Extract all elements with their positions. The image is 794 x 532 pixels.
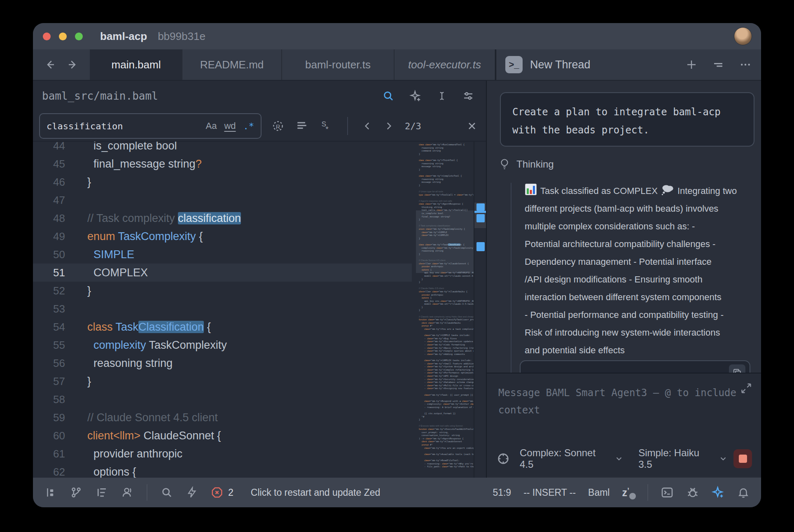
notifications-bell-icon[interactable] <box>737 486 750 499</box>
code-line[interactable]: 45 final_message string? <box>33 155 412 173</box>
composer-controls: Complex: Sonnet 4.5 Simple: Haiku 3.5 <box>497 447 752 470</box>
text-cursor-icon[interactable] <box>437 90 447 102</box>
editor-scrollbar[interactable] <box>474 142 486 478</box>
navigate-back-icon[interactable] <box>44 58 56 71</box>
case-sensitive-toggle[interactable]: Aa <box>206 121 217 131</box>
code-line[interactable]: 53 <box>33 300 412 318</box>
code-line[interactable]: 60client<llm> ClaudeSonnet { <box>33 427 412 445</box>
git-branch-name[interactable]: bb99b31e <box>158 30 206 43</box>
terminal-panel-icon[interactable] <box>661 486 674 499</box>
complex-model-selector[interactable]: Complex: Sonnet 4.5 <box>520 447 624 470</box>
code-line[interactable]: 56 reasoning string <box>33 354 412 372</box>
user-message-text: Create a plan to integrate baml-acp with… <box>512 103 742 139</box>
expand-composer-icon[interactable] <box>740 383 752 394</box>
thinking-indent-rail <box>511 183 511 373</box>
message-composer[interactable]: Message BAML Smart Agent3 — @ to include… <box>487 373 761 477</box>
chevron-down-icon <box>719 454 728 463</box>
minimap[interactable]: class class="mm-ty">RunCommandTool { rea… <box>416 142 474 478</box>
inline-assist-sparkle-icon[interactable] <box>409 90 422 102</box>
code-line[interactable]: 61 provider anthropic <box>33 445 412 463</box>
thinking-lead: Task classified as COMPLEX <box>540 186 658 196</box>
vim-mode-indicator: -- INSERT -- <box>523 487 576 498</box>
code-line[interactable]: 48// Task complexity classification <box>33 209 412 227</box>
composer-placeholder: Message BAML Smart Agent3 — @ to include… <box>498 384 741 419</box>
code-line[interactable]: 57} <box>33 372 412 390</box>
whole-word-toggle[interactable]: wd <box>224 121 236 131</box>
tab-readme-md[interactable]: README.md <box>182 49 282 80</box>
code-line[interactable]: 54class TaskClassification { <box>33 318 412 336</box>
user-avatar[interactable] <box>734 27 752 45</box>
navigate-forward-icon[interactable] <box>67 58 79 71</box>
project-panel-icon[interactable] <box>44 486 57 499</box>
cursor-position[interactable]: 51:9 <box>493 487 511 498</box>
smartcase-icon[interactable]: S* <box>319 119 333 133</box>
code-line[interactable]: 44 is_complete bool <box>33 142 412 155</box>
match-count: 2/3 <box>405 121 421 131</box>
previous-match-icon[interactable] <box>362 120 373 132</box>
code-line[interactable]: 51 COMPLEX <box>33 264 412 282</box>
zed-window: baml-acp bb99b31e main.baml README.md ba… <box>33 23 761 507</box>
diagnostics-indicator[interactable]: 2 <box>211 486 234 499</box>
simple-model-selector[interactable]: Simple: Haiku 3.5 <box>638 447 728 470</box>
error-count: 2 <box>228 487 234 498</box>
project-search-icon[interactable] <box>161 486 173 499</box>
close-window-button[interactable] <box>43 33 51 40</box>
tab-baml-router-ts[interactable]: baml-router.ts <box>282 49 395 80</box>
search-match-mark <box>476 214 485 222</box>
new-thread-plus-icon[interactable] <box>685 58 698 71</box>
user-message-card[interactable]: Create a plan to integrate baml-acp with… <box>500 92 754 147</box>
minimize-window-button[interactable] <box>59 33 67 40</box>
code-line[interactable]: 58 <box>33 390 412 408</box>
stop-generation-button[interactable] <box>733 449 752 468</box>
close-search-icon[interactable] <box>466 120 478 132</box>
git-branch-icon[interactable] <box>70 486 82 499</box>
performance-zap-icon[interactable] <box>186 486 198 499</box>
zoom-window-button[interactable] <box>75 33 83 40</box>
editor-settings-icon[interactable] <box>462 90 474 102</box>
thread-history-icon[interactable] <box>712 58 725 71</box>
thought-balloon-emoji <box>661 184 674 196</box>
web-search-globe-icon[interactable] <box>497 452 510 465</box>
selection-search-icon[interactable] <box>295 119 308 133</box>
copy-icon[interactable] <box>729 364 745 373</box>
replace-toggle-icon[interactable]: R <box>271 119 285 133</box>
debugger-bug-icon[interactable] <box>686 486 699 499</box>
code-line[interactable]: 55 complexity TaskComplexity <box>33 336 412 354</box>
tab-bar: main.baml README.md baml-router.ts tool-… <box>33 49 761 81</box>
next-match-icon[interactable] <box>383 120 394 132</box>
thread-content: Create a plan to integrate baml-acp with… <box>487 81 761 373</box>
code-line[interactable]: 49enum TaskComplexity { <box>33 227 412 245</box>
collab-panel-icon[interactable] <box>121 486 133 499</box>
regex-toggle[interactable]: .* <box>243 121 255 131</box>
code-line[interactable]: 50 SIMPLE <box>33 245 412 264</box>
more-options-icon[interactable] <box>739 58 752 71</box>
agent-terminal-icon: >_ <box>505 56 523 73</box>
tab-main-baml[interactable]: main.baml <box>91 49 182 80</box>
code-line[interactable]: 47 <box>33 191 412 209</box>
zed-predict-icon[interactable]: zʼ <box>622 486 635 499</box>
code-line[interactable]: 59// Claude Sonnet 4.5 client <box>33 408 412 427</box>
agent-thread-panel: Create a plan to integrate baml-acp with… <box>486 81 761 478</box>
divider <box>647 484 648 501</box>
tab-tool-executor-ts[interactable]: tool-executor.ts <box>395 49 495 80</box>
simple-model-label: Simple: Haiku 3.5 <box>638 447 714 470</box>
update-message[interactable]: Click to restart and update Zed <box>251 487 381 498</box>
code-line[interactable]: 52} <box>33 282 412 300</box>
project-name[interactable]: baml-acp <box>100 30 147 43</box>
outline-panel-icon[interactable] <box>96 486 108 499</box>
divider <box>147 484 147 501</box>
thinking-raw-card <box>520 360 750 373</box>
search-input[interactable]: classification <box>47 121 198 131</box>
agent-sparkle-icon[interactable] <box>712 486 725 499</box>
breadcrumb[interactable]: baml_src/main.baml <box>42 90 382 102</box>
code-editor[interactable]: 44 is_complete bool45 final_message stri… <box>33 142 486 478</box>
thinking-label: Thinking <box>516 159 554 170</box>
search-input-container[interactable]: classification Aa wd .* <box>39 113 262 139</box>
language-selector[interactable]: Baml <box>588 487 610 498</box>
code-line[interactable]: 62 options { <box>33 463 412 478</box>
thinking-header[interactable]: Thinking <box>499 158 554 170</box>
buffer-search-icon[interactable] <box>382 90 395 102</box>
minimap-viewport[interactable] <box>416 210 474 273</box>
thinking-text: Task classified as COMPLEXIntegrating tw… <box>525 182 757 359</box>
code-line[interactable]: 46} <box>33 173 412 191</box>
